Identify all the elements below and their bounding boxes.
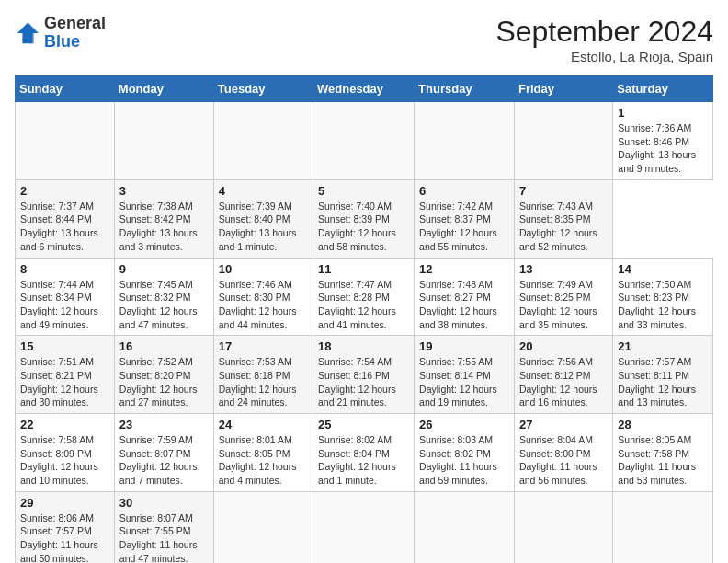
calendar-cell <box>415 102 515 180</box>
calendar-cell <box>313 102 415 180</box>
day-info: Sunrise: 8:07 AMSunset: 7:55 PMDaylight:… <box>119 511 209 563</box>
calendar-cell: 8Sunrise: 7:44 AMSunset: 8:34 PMDaylight… <box>16 258 115 336</box>
title-block: September 2024 Estollo, La Rioja, Spain <box>495 15 713 64</box>
day-info: Sunrise: 7:36 AMSunset: 8:46 PMDaylight:… <box>618 121 708 176</box>
day-info: Sunrise: 8:04 AMSunset: 8:00 PMDaylight:… <box>519 433 608 488</box>
day-info: Sunrise: 7:39 AMSunset: 8:40 PMDaylight:… <box>219 200 308 254</box>
calendar-cell: 2Sunrise: 7:37 AMSunset: 8:44 PMDaylight… <box>16 179 115 258</box>
calendar-cell <box>514 102 612 180</box>
day-info: Sunrise: 7:55 AMSunset: 8:14 PMDaylight:… <box>419 355 509 409</box>
day-number: 17 <box>219 339 308 353</box>
calendar-week-row: 1Sunrise: 7:36 AMSunset: 8:46 PMDaylight… <box>16 102 713 180</box>
day-info: Sunrise: 7:57 AMSunset: 8:11 PMDaylight:… <box>618 355 708 409</box>
calendar-cell <box>114 102 213 180</box>
day-number: 18 <box>318 339 409 353</box>
calendar-week-row: 15Sunrise: 7:51 AMSunset: 8:21 PMDayligh… <box>16 336 713 414</box>
day-number: 7 <box>519 184 608 198</box>
calendar-week-row: 29Sunrise: 8:06 AMSunset: 7:57 PMDayligh… <box>16 491 713 563</box>
calendar-cell: 25Sunrise: 8:02 AMSunset: 8:04 PMDayligh… <box>313 414 415 492</box>
calendar-cell: 1Sunrise: 7:36 AMSunset: 8:46 PMDaylight… <box>613 102 713 180</box>
day-number: 12 <box>419 262 509 276</box>
day-number: 13 <box>519 262 608 276</box>
calendar-table: SundayMondayTuesdayWednesdayThursdayFrid… <box>15 75 713 563</box>
calendar-cell: 19Sunrise: 7:55 AMSunset: 8:14 PMDayligh… <box>415 336 515 414</box>
day-number: 28 <box>618 418 708 431</box>
logo-icon <box>15 20 40 46</box>
calendar-cell: 9Sunrise: 7:45 AMSunset: 8:32 PMDaylight… <box>114 258 213 336</box>
calendar-cell <box>514 491 612 563</box>
calendar-cell: 3Sunrise: 7:38 AMSunset: 8:42 PMDaylight… <box>114 179 213 258</box>
day-number: 4 <box>219 184 308 198</box>
calendar-cell: 29Sunrise: 8:06 AMSunset: 7:57 PMDayligh… <box>16 491 115 563</box>
day-info: Sunrise: 7:46 AMSunset: 8:30 PMDaylight:… <box>219 278 308 332</box>
day-number: 5 <box>318 184 409 198</box>
calendar-week-row: 22Sunrise: 7:58 AMSunset: 8:09 PMDayligh… <box>16 414 713 492</box>
calendar-cell: 4Sunrise: 7:39 AMSunset: 8:40 PMDaylight… <box>213 179 313 258</box>
day-number: 26 <box>419 418 509 431</box>
day-info: Sunrise: 7:38 AMSunset: 8:42 PMDaylight:… <box>119 200 209 254</box>
calendar-cell: 5Sunrise: 7:40 AMSunset: 8:39 PMDaylight… <box>313 179 415 258</box>
day-info: Sunrise: 7:53 AMSunset: 8:18 PMDaylight:… <box>219 355 308 409</box>
day-number: 20 <box>519 339 608 353</box>
day-info: Sunrise: 7:42 AMSunset: 8:37 PMDaylight:… <box>419 200 509 254</box>
logo-general-text: General <box>44 14 106 32</box>
calendar-cell: 24Sunrise: 8:01 AMSunset: 8:05 PMDayligh… <box>213 414 313 492</box>
calendar-cell <box>213 491 313 563</box>
calendar-cell <box>213 102 313 180</box>
calendar-day-header: Monday <box>114 76 213 102</box>
calendar-cell: 23Sunrise: 7:59 AMSunset: 8:07 PMDayligh… <box>114 414 213 492</box>
day-number: 27 <box>519 418 608 431</box>
calendar-cell: 17Sunrise: 7:53 AMSunset: 8:18 PMDayligh… <box>213 336 313 414</box>
day-info: Sunrise: 7:50 AMSunset: 8:23 PMDaylight:… <box>618 278 708 332</box>
day-info: Sunrise: 7:54 AMSunset: 8:16 PMDaylight:… <box>318 355 409 409</box>
day-number: 9 <box>119 262 209 276</box>
day-info: Sunrise: 7:56 AMSunset: 8:12 PMDaylight:… <box>519 355 608 409</box>
logo-blue-text: Blue <box>44 32 80 51</box>
day-number: 2 <box>20 184 109 198</box>
month-title: September 2024 <box>495 15 713 49</box>
calendar-cell: 27Sunrise: 8:04 AMSunset: 8:00 PMDayligh… <box>514 414 612 492</box>
calendar-cell: 22Sunrise: 7:58 AMSunset: 8:09 PMDayligh… <box>16 414 115 492</box>
calendar-cell: 11Sunrise: 7:47 AMSunset: 8:28 PMDayligh… <box>313 258 415 336</box>
calendar-cell: 15Sunrise: 7:51 AMSunset: 8:21 PMDayligh… <box>16 336 115 414</box>
day-info: Sunrise: 7:48 AMSunset: 8:27 PMDaylight:… <box>419 278 509 332</box>
day-info: Sunrise: 7:51 AMSunset: 8:21 PMDaylight:… <box>20 355 109 409</box>
day-number: 11 <box>318 262 409 276</box>
calendar-week-row: 2Sunrise: 7:37 AMSunset: 8:44 PMDaylight… <box>16 179 713 258</box>
day-number: 25 <box>318 418 409 431</box>
calendar-cell: 18Sunrise: 7:54 AMSunset: 8:16 PMDayligh… <box>313 336 415 414</box>
day-number: 29 <box>20 496 109 510</box>
day-info: Sunrise: 7:47 AMSunset: 8:28 PMDaylight:… <box>318 278 409 332</box>
calendar-cell: 26Sunrise: 8:03 AMSunset: 8:02 PMDayligh… <box>415 414 515 492</box>
day-info: Sunrise: 8:02 AMSunset: 8:04 PMDaylight:… <box>318 433 409 488</box>
day-number: 24 <box>219 418 308 431</box>
calendar-week-row: 8Sunrise: 7:44 AMSunset: 8:34 PMDaylight… <box>16 258 713 336</box>
day-number: 1 <box>618 106 708 120</box>
calendar-day-header: Sunday <box>16 76 115 102</box>
day-number: 3 <box>119 184 209 198</box>
day-number: 15 <box>20 339 109 353</box>
page-header: General Blue September 2024 Estollo, La … <box>15 15 713 64</box>
day-number: 22 <box>20 418 109 431</box>
calendar-day-header: Saturday <box>613 76 713 102</box>
day-info: Sunrise: 7:52 AMSunset: 8:20 PMDaylight:… <box>119 355 209 409</box>
calendar-day-header: Friday <box>514 76 612 102</box>
calendar-cell: 30Sunrise: 8:07 AMSunset: 7:55 PMDayligh… <box>114 491 213 563</box>
calendar-cell <box>16 102 115 180</box>
calendar-cell: 12Sunrise: 7:48 AMSunset: 8:27 PMDayligh… <box>415 258 515 336</box>
day-info: Sunrise: 8:05 AMSunset: 7:58 PMDaylight:… <box>618 433 708 488</box>
day-number: 23 <box>119 418 209 431</box>
calendar-cell: 13Sunrise: 7:49 AMSunset: 8:25 PMDayligh… <box>514 258 612 336</box>
logo: General Blue <box>15 15 106 52</box>
calendar-cell: 21Sunrise: 7:57 AMSunset: 8:11 PMDayligh… <box>613 336 713 414</box>
day-info: Sunrise: 7:45 AMSunset: 8:32 PMDaylight:… <box>119 278 209 332</box>
day-info: Sunrise: 8:06 AMSunset: 7:57 PMDaylight:… <box>20 511 109 563</box>
day-info: Sunrise: 7:44 AMSunset: 8:34 PMDaylight:… <box>20 278 109 332</box>
day-number: 10 <box>219 262 308 276</box>
calendar-cell: 28Sunrise: 8:05 AMSunset: 7:58 PMDayligh… <box>613 414 713 492</box>
calendar-cell <box>613 491 713 563</box>
calendar-body: 1Sunrise: 7:36 AMSunset: 8:46 PMDaylight… <box>16 102 713 564</box>
day-number: 16 <box>119 339 209 353</box>
day-number: 30 <box>119 496 209 510</box>
calendar-cell: 20Sunrise: 7:56 AMSunset: 8:12 PMDayligh… <box>514 336 612 414</box>
